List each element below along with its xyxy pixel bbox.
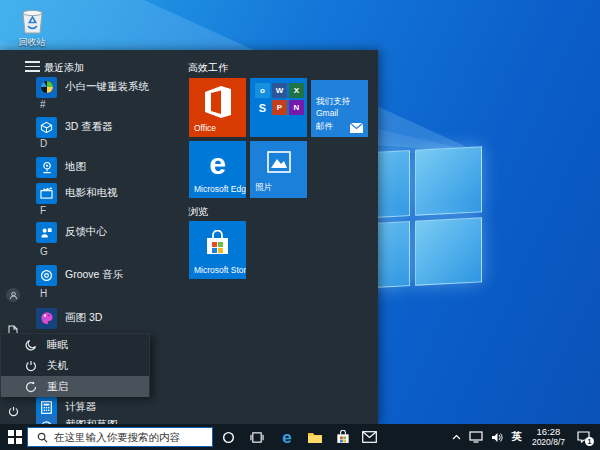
clock-time: 16:28 [532,427,565,438]
system-tray: 英 16:28 2020/8/7 1 [448,424,600,450]
outlook-mini-icon: o [255,83,270,98]
restart-label: 重启 [47,380,68,394]
folder-icon [307,431,323,444]
app-item-feedback-hub[interactable]: 反馈中心 [28,220,176,244]
mail-icon [362,431,377,443]
powerpoint-mini-icon: P [272,100,287,115]
store-taskbar-button[interactable] [335,429,351,445]
sleep-moon-icon [25,339,37,351]
app-label: Groove 音乐 [65,268,123,282]
tile-label: Office [194,123,216,133]
tile-label: 照片 [255,182,272,194]
restart-menu-item[interactable]: 重启 [1,376,149,397]
office-apps-mosaic-tile[interactable]: o W X S P N [250,78,307,137]
microsoft-store-tile[interactable]: Microsoft Store [189,221,246,279]
tile-label: Microsoft Edge [194,184,246,194]
app-item-groove-music[interactable]: Groove 音乐 [28,263,176,287]
shutdown-menu-item[interactable]: 关机 [1,355,149,376]
gmail-promo-text: 我们支持 Gmail [316,96,368,118]
menu-expand-button[interactable] [25,61,40,72]
tile-group-browse-header[interactable]: 浏览 [188,205,208,219]
chevron-up-icon [452,434,461,440]
user-account-button[interactable] [6,288,20,302]
network-ethernet-icon [469,431,483,443]
app-item-paint-3d[interactable]: 画图 3D [28,306,176,330]
tile-label: Microsoft Store [194,265,246,275]
microsoft-edge-tile[interactable]: e Microsoft Edge [189,141,246,198]
ime-language-indicator[interactable]: 英 [511,430,522,444]
section-letter-h[interactable]: H [40,288,150,299]
xiaobai-reinstall-icon [36,77,57,98]
maps-icon [36,157,57,178]
app-label: 小白一键重装系统 [65,80,149,94]
recycle-bin-desktop-icon[interactable]: 回收站 [8,5,56,49]
windows-logo-pane [415,217,483,286]
sleep-label: 睡眠 [47,338,68,352]
excel-mini-icon: X [289,83,304,98]
search-input[interactable] [54,431,212,443]
recycle-bin-icon [19,5,46,35]
mail-taskbar-button[interactable] [361,429,377,445]
desktop: 回收站 最近添加 小白一键重装系统 # 3D 查看器 D 地图 电影和电视 F [0,0,600,450]
recently-added-header: 最近添加 [44,61,84,75]
app-item-maps[interactable]: 地图 [28,155,176,179]
speaker-icon [491,432,503,443]
mail-envelope-icon [350,123,363,133]
notification-badge: 1 [585,437,594,446]
store-bag-icon [205,230,230,256]
groove-music-icon [36,265,57,286]
edge-taskbar-button[interactable]: e [279,429,295,445]
feedback-hub-icon [36,222,57,243]
show-hidden-icons-button[interactable] [452,434,461,440]
section-letter-g[interactable]: G [40,246,150,257]
word-mini-icon: W [272,83,287,98]
sleep-menu-item[interactable]: 睡眠 [1,334,149,355]
movies-tv-icon [36,183,57,204]
tile-group-productivity-header[interactable]: 高效工作 [188,61,228,75]
start-button[interactable] [8,430,22,444]
office-logo-icon [205,86,231,118]
taskbar-clock[interactable]: 16:28 2020/8/7 [532,427,565,448]
cortana-icon [222,431,235,444]
power-button[interactable] [6,404,20,418]
user-icon [9,291,18,300]
recycle-bin-label: 回收站 [8,36,56,49]
shutdown-power-icon [25,360,37,372]
photos-tile[interactable]: 照片 [250,141,307,198]
file-explorer-button[interactable] [307,429,323,445]
app-item-xiaobai[interactable]: 小白一键重装系统 [28,75,176,99]
action-center-button[interactable]: 1 [577,431,590,443]
section-letter-hash[interactable]: # [40,99,150,110]
edge-logo-icon: e [189,149,246,179]
app-label: 画图 3D [65,311,102,325]
search-icon [37,432,48,443]
store-icon [336,430,350,444]
office-tile[interactable]: Office [189,78,246,137]
3d-viewer-icon [36,117,57,138]
clock-date: 2020/8/7 [532,438,565,448]
power-icon [8,406,19,417]
shutdown-label: 关机 [47,359,68,373]
app-item-movies-tv[interactable]: 电影和电视 [28,181,176,205]
app-label: 反馈中心 [65,225,107,239]
app-label: 地图 [65,160,86,174]
app-item-3d-viewer[interactable]: 3D 查看器 [28,115,176,139]
cortana-button[interactable] [220,429,236,445]
restart-icon [25,381,37,393]
task-view-button[interactable] [249,429,265,445]
section-letter-d[interactable]: D [40,138,150,149]
app-label: 3D 查看器 [65,120,113,134]
network-button[interactable] [469,431,483,443]
onenote-mini-icon: N [289,100,304,115]
app-label: 电影和电视 [65,186,118,200]
windows-logo-pane [415,146,483,215]
tile-label: 邮件 [316,121,333,133]
skype-mini-icon: S [255,100,270,115]
taskbar-search-box[interactable] [27,427,213,447]
section-letter-f[interactable]: F [40,205,150,216]
task-view-icon [250,431,264,444]
app-label: 计算器 [65,400,97,414]
mail-gmail-tile[interactable]: 我们支持 Gmail 邮件 [311,80,368,137]
volume-button[interactable] [491,432,503,443]
photos-icon [267,151,291,173]
